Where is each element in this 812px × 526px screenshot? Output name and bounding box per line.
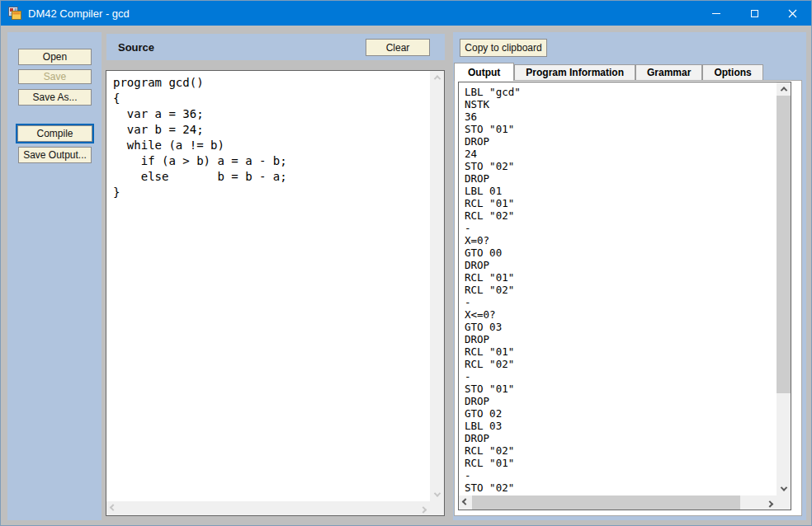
- scroll-right-icon[interactable]: [763, 495, 777, 510]
- tab-options[interactable]: Options: [702, 64, 762, 80]
- title-bar: DM42 Compiler - gcd: [1, 1, 811, 26]
- scrollbar-corner: [777, 495, 791, 510]
- scroll-left-icon[interactable]: [106, 501, 120, 515]
- scroll-down-icon[interactable]: [777, 482, 791, 495]
- close-icon: [788, 9, 797, 18]
- tab-output[interactable]: Output: [454, 63, 514, 81]
- tab-strip: Output Program Information Grammar Optio…: [454, 62, 805, 80]
- output-horizontal-scrollbar[interactable]: [459, 495, 777, 510]
- scroll-down-icon[interactable]: [430, 488, 444, 501]
- scrollbar-thumb[interactable]: [777, 96, 791, 393]
- maximize-icon: [751, 10, 758, 17]
- scroll-up-icon[interactable]: [430, 71, 444, 84]
- scroll-left-icon[interactable]: [459, 495, 472, 510]
- scroll-right-icon[interactable]: [417, 501, 430, 515]
- output-panel: Copy to clipboard Output Program Informa…: [453, 32, 806, 520]
- scrollbar-corner: [430, 501, 444, 515]
- source-editor[interactable]: program gcd() { var a = 36; var b = 24; …: [106, 70, 445, 516]
- output-text[interactable]: LBL "gcd" NSTK 36 STO "01" DROP 24 STO "…: [459, 82, 777, 495]
- maximize-button[interactable]: [735, 1, 773, 26]
- source-horizontal-scrollbar[interactable]: [106, 501, 430, 515]
- scrollbar-thumb[interactable]: [472, 495, 740, 510]
- clear-button[interactable]: Clear: [366, 39, 430, 56]
- window-title: DM42 Compiler - gcd: [28, 7, 697, 20]
- tab-program-information[interactable]: Program Information: [514, 64, 635, 80]
- copy-to-clipboard-button[interactable]: Copy to clipboard: [460, 39, 547, 57]
- save-button: Save: [18, 69, 92, 84]
- source-code[interactable]: program gcd() { var a = 36; var b = 24; …: [106, 71, 430, 501]
- save-output-button[interactable]: Save Output...: [18, 147, 92, 163]
- source-title: Source: [118, 41, 154, 54]
- app-window: DM42 Compiler - gcd Open Save Save As...…: [0, 0, 812, 526]
- tab-control: Output Program Information Grammar Optio…: [454, 62, 805, 518]
- tab-grammar[interactable]: Grammar: [635, 64, 702, 80]
- source-header: Source Clear: [106, 34, 445, 60]
- source-vertical-scrollbar[interactable]: [430, 71, 444, 501]
- minimize-button[interactable]: [697, 1, 735, 26]
- output-vertical-scrollbar[interactable]: [777, 82, 791, 495]
- client-area: Open Save Save As... Compile Save Output…: [1, 26, 811, 525]
- app-icon[interactable]: [8, 7, 21, 20]
- sidebar: Open Save Save As... Compile Save Output…: [7, 32, 102, 520]
- open-button[interactable]: Open: [18, 49, 92, 65]
- scroll-up-icon[interactable]: [777, 82, 791, 96]
- close-button[interactable]: [773, 1, 811, 26]
- save-as-button[interactable]: Save As...: [18, 89, 92, 106]
- output-tab-page: LBL "gcd" NSTK 36 STO "01" DROP 24 STO "…: [454, 80, 802, 516]
- output-textbox[interactable]: LBL "gcd" NSTK 36 STO "01" DROP 24 STO "…: [458, 82, 791, 510]
- minimize-icon: [712, 13, 720, 14]
- compile-button[interactable]: Compile: [16, 124, 94, 143]
